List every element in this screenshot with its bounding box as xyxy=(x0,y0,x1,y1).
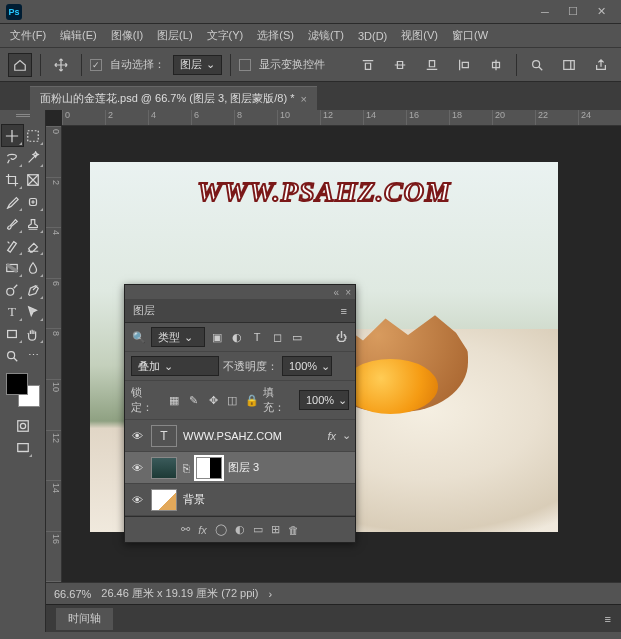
menu-select[interactable]: 选择(S) xyxy=(251,25,300,46)
align-vcenter-icon[interactable] xyxy=(388,53,412,77)
foreground-color[interactable] xyxy=(6,373,28,395)
lock-pos-icon[interactable]: ✥ xyxy=(205,392,220,408)
rectangle-tool[interactable] xyxy=(2,323,23,344)
brush-tool[interactable] xyxy=(2,213,23,234)
visibility-icon[interactable]: 👁 xyxy=(129,462,145,474)
move-tool[interactable] xyxy=(2,125,23,146)
maximize-button[interactable]: ☐ xyxy=(559,2,587,22)
align-left-icon[interactable] xyxy=(452,53,476,77)
marquee-tool[interactable] xyxy=(23,125,44,146)
crop-tool[interactable] xyxy=(2,169,23,190)
layer-row-3[interactable]: 👁 ⎘ 图层 3 xyxy=(125,452,355,484)
layer-row-text[interactable]: 👁 T WWW.PSAHZ.COM fx ⌄ xyxy=(125,420,355,452)
menu-type[interactable]: 文字(Y) xyxy=(201,25,250,46)
panel-menu-icon[interactable]: ≡ xyxy=(341,305,347,317)
pen-tool[interactable] xyxy=(23,279,44,300)
filter-search-icon[interactable]: 🔍 xyxy=(131,329,147,345)
group-icon[interactable]: ▭ xyxy=(253,523,263,536)
frame-tool[interactable] xyxy=(23,169,44,190)
lock-all-icon[interactable]: 🔒 xyxy=(244,392,259,408)
zoom-tool[interactable] xyxy=(2,345,23,366)
visibility-icon[interactable]: 👁 xyxy=(129,430,145,442)
filter-adjust-icon[interactable]: ◐ xyxy=(229,329,245,345)
zoom-value[interactable]: 66.67% xyxy=(54,588,91,600)
canvas-area[interactable]: 024681012141618202224 024681012141618 WW… xyxy=(46,110,621,632)
status-chevron-icon[interactable]: › xyxy=(268,588,272,600)
mask-icon[interactable]: ◯ xyxy=(215,523,227,536)
link-layers-icon[interactable]: ⚯ xyxy=(181,523,190,536)
menu-image[interactable]: 图像(I) xyxy=(105,25,149,46)
layer-name[interactable]: 背景 xyxy=(183,492,351,507)
magic-wand-tool[interactable] xyxy=(23,147,44,168)
minimize-button[interactable]: ─ xyxy=(531,2,559,22)
fx-badge[interactable]: fx xyxy=(327,430,336,442)
filter-kind-select[interactable]: 类型⌄ xyxy=(151,327,205,347)
layers-tab[interactable]: 图层 xyxy=(133,303,155,318)
fill-input[interactable]: 100%⌄ xyxy=(299,390,349,410)
quickmask-tool[interactable] xyxy=(12,415,33,436)
filter-shape-icon[interactable]: ◻ xyxy=(269,329,285,345)
filter-type-icon[interactable]: T xyxy=(249,329,265,345)
home-button[interactable] xyxy=(8,53,32,77)
eraser-tool[interactable] xyxy=(23,235,44,256)
layers-panel[interactable]: « × 图层 ≡ 🔍 类型⌄ ▣ ◐ T ◻ ▭ ⏻ 叠加⌄ 不透明度： 100… xyxy=(124,284,356,543)
close-tab-icon[interactable]: × xyxy=(300,93,306,105)
stamp-tool[interactable] xyxy=(23,213,44,234)
align-hcenter-icon[interactable] xyxy=(484,53,508,77)
timeline-tab[interactable]: 时间轴 xyxy=(56,608,113,630)
close-button[interactable]: ✕ xyxy=(587,2,615,22)
color-swatch[interactable] xyxy=(6,373,40,407)
layer-name[interactable]: WWW.PSAHZ.COM xyxy=(183,430,321,442)
overflow-tool[interactable]: ⋯ xyxy=(23,345,44,366)
gradient-tool[interactable] xyxy=(2,257,23,278)
share-icon[interactable] xyxy=(589,53,613,77)
layer-name[interactable]: 图层 3 xyxy=(228,460,351,475)
lock-paint-icon[interactable]: ✎ xyxy=(186,392,201,408)
lock-trans-icon[interactable]: ▦ xyxy=(167,392,182,408)
menu-view[interactable]: 视图(V) xyxy=(395,25,444,46)
collapse-icon[interactable]: « xyxy=(334,287,340,298)
lasso-tool[interactable] xyxy=(2,147,23,168)
layer-mask-thumb[interactable] xyxy=(196,457,222,479)
adjustment-icon[interactable]: ◐ xyxy=(235,523,245,536)
search-icon[interactable] xyxy=(525,53,549,77)
layer-row-bg[interactable]: 👁 背景 xyxy=(125,484,355,516)
blur-tool[interactable] xyxy=(23,257,44,278)
delete-icon[interactable]: 🗑 xyxy=(288,524,299,536)
show-transform-checkbox[interactable] xyxy=(239,59,251,71)
path-select-tool[interactable] xyxy=(23,301,44,322)
type-tool[interactable]: T xyxy=(2,301,23,322)
healing-tool[interactable] xyxy=(23,191,44,212)
panel-grip-icon[interactable] xyxy=(16,114,30,122)
timeline-menu-icon[interactable]: ≡ xyxy=(605,613,611,625)
dodge-tool[interactable] xyxy=(2,279,23,300)
menu-filter[interactable]: 滤镜(T) xyxy=(302,25,350,46)
align-top-icon[interactable] xyxy=(356,53,380,77)
hand-tool[interactable] xyxy=(23,323,44,344)
chevron-down-icon[interactable]: ⌄ xyxy=(342,429,351,442)
visibility-icon[interactable]: 👁 xyxy=(129,494,145,506)
align-bottom-icon[interactable] xyxy=(420,53,444,77)
lock-artboard-icon[interactable]: ◫ xyxy=(225,392,240,408)
screenmode-tool[interactable] xyxy=(12,437,33,458)
history-brush-tool[interactable] xyxy=(2,235,23,256)
auto-select-target[interactable]: 图层⌄ xyxy=(173,55,222,75)
panel-close-icon[interactable]: × xyxy=(345,287,351,298)
menu-window[interactable]: 窗口(W xyxy=(446,25,494,46)
menu-layer[interactable]: 图层(L) xyxy=(151,25,198,46)
blend-mode-select[interactable]: 叠加⌄ xyxy=(131,356,219,376)
menu-3d[interactable]: 3D(D) xyxy=(352,27,393,45)
document-tab[interactable]: 面粉山的金莲花.psd @ 66.7% (图层 3, 图层蒙版/8) * × xyxy=(30,86,317,110)
filter-pixel-icon[interactable]: ▣ xyxy=(209,329,225,345)
new-layer-icon[interactable]: ⊞ xyxy=(271,523,280,536)
auto-select-checkbox[interactable]: ✓ xyxy=(90,59,102,71)
filter-toggle-icon[interactable]: ⏻ xyxy=(333,329,349,345)
eyedropper-tool[interactable] xyxy=(2,191,23,212)
move-tool-indicator[interactable] xyxy=(49,53,73,77)
fx-icon[interactable]: fx xyxy=(198,524,207,536)
menu-edit[interactable]: 编辑(E) xyxy=(54,25,103,46)
opacity-input[interactable]: 100%⌄ xyxy=(282,356,332,376)
menu-file[interactable]: 文件(F) xyxy=(4,25,52,46)
workspace-icon[interactable] xyxy=(557,53,581,77)
filter-smart-icon[interactable]: ▭ xyxy=(289,329,305,345)
